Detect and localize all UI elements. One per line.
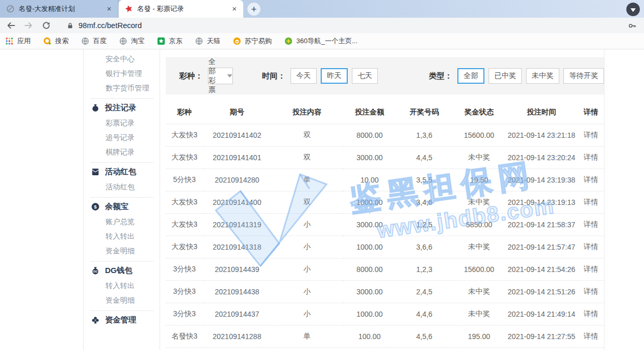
status-cell: 19.50 xyxy=(453,169,505,191)
bookmark-item[interactable]: 天猫 xyxy=(195,36,220,46)
table-row: 大发快3202109141319小3000.001,2,55850.002021… xyxy=(166,214,604,236)
bookmark-label: 天猫 xyxy=(207,36,220,46)
sidebar-item[interactable]: 资金明细 xyxy=(91,243,160,258)
sidebar-item[interactable]: 安全中心 xyxy=(91,51,160,66)
sidebar-section-header[interactable]: 活动红包 xyxy=(91,166,160,177)
numbers-cell: 4,4,5 xyxy=(396,147,453,169)
sidebar-item[interactable]: 棋牌记录 xyxy=(91,145,160,159)
bookmark-item[interactable]: 淘宝 xyxy=(119,36,144,46)
sidebar-item[interactable]: 彩票记录 xyxy=(91,115,160,130)
detail-link[interactable]: 详情 xyxy=(577,169,604,191)
bookmark-label: 京东 xyxy=(169,36,182,46)
table-row: 大发快3202109141400双1000.003,4,6未中奖2021-09-… xyxy=(166,191,604,214)
sidebar-item[interactable]: 转入转出 xyxy=(91,278,160,293)
lottery-link[interactable]: 3分快3 xyxy=(166,303,203,326)
globe-icon xyxy=(195,37,203,45)
lottery-link[interactable]: 名發快3 xyxy=(166,326,203,348)
filter-button[interactable]: 七天 xyxy=(352,68,378,84)
funds-icon xyxy=(91,316,100,325)
issue-cell: 20210914280 xyxy=(203,169,271,191)
amount-cell: 8000.00 xyxy=(343,124,396,147)
lottery-link[interactable]: 5分快3 xyxy=(166,169,203,191)
reload-icon[interactable] xyxy=(42,21,51,30)
detail-link[interactable]: 详情 xyxy=(577,303,604,326)
globe-icon xyxy=(81,37,89,45)
detail-link[interactable]: 详情 xyxy=(577,236,604,258)
detail-link[interactable]: 详情 xyxy=(577,258,604,281)
lottery-link[interactable]: 大发快3 xyxy=(166,147,203,169)
globe-icon xyxy=(119,37,127,45)
close-icon[interactable]: × xyxy=(104,4,114,14)
bookmark-item[interactable]: 苏宁易购 xyxy=(233,36,272,46)
filter-button[interactable]: 等待开奖 xyxy=(563,68,604,84)
lock-icon[interactable] xyxy=(67,22,74,29)
time-cell: 2021-09-14 21:51:26 xyxy=(505,281,577,303)
tab-title: 名發-大发精准计划 xyxy=(19,4,104,14)
sidebar-section-header[interactable]: DGDG钱包 xyxy=(91,265,160,276)
bookmark-item[interactable]: 百度 xyxy=(81,36,107,46)
detail-link[interactable]: 详情 xyxy=(577,326,604,348)
bookmark-item[interactable]: 搜索 xyxy=(43,36,69,46)
back-icon[interactable] xyxy=(6,21,16,30)
table-row: 3分快320210914439小8000.001,2,315600.002021… xyxy=(166,258,604,281)
filter-button[interactable]: 昨天 xyxy=(321,68,348,84)
bookmark-label: 应用 xyxy=(17,36,31,46)
numbers-cell: 3,4,6 xyxy=(396,191,453,214)
column-header: 投注时间 xyxy=(505,101,577,124)
numbers-cell: 2,4,5 xyxy=(396,281,453,303)
filter-button[interactable]: 全部 xyxy=(457,68,484,84)
bookmark-item[interactable]: 360导航_一个主页... xyxy=(284,36,358,46)
table-footer: 共578条记录 12345...尾页下一页 xyxy=(166,347,604,350)
detail-link[interactable]: 详情 xyxy=(577,147,604,169)
yuebao-icon: $ xyxy=(91,202,100,211)
filter-button[interactable]: 今天 xyxy=(291,68,317,84)
lottery-link[interactable]: 大发快3 xyxy=(166,191,203,214)
column-header: 开奖号码 xyxy=(396,101,453,124)
chevron-down-icon xyxy=(630,8,636,12)
sidebar-item[interactable]: 追号记录 xyxy=(91,130,160,145)
browser-tab-plan[interactable]: 名發-大发精准计划 × xyxy=(0,0,119,18)
browser-tab-bet-record[interactable]: 名發 - 彩票记录 × xyxy=(119,0,243,18)
lottery-select[interactable]: 全部彩票 xyxy=(208,68,233,84)
lottery-link[interactable]: 3分快3 xyxy=(166,281,203,303)
sidebar-item[interactable]: 账户总览 xyxy=(91,214,160,229)
new-tab-button[interactable]: + xyxy=(247,3,260,16)
time-cell: 2021-09-14 21:58:37 xyxy=(505,214,577,236)
detail-link[interactable]: 详情 xyxy=(577,191,604,214)
account-menu-button[interactable] xyxy=(626,3,640,16)
amount-cell: 1000.00 xyxy=(343,303,396,326)
sidebar-divider xyxy=(91,310,153,311)
sidebar-item[interactable]: 银行卡管理 xyxy=(91,66,160,81)
tab-title: 名發 - 彩票记录 xyxy=(137,4,230,14)
content-cell: 小 xyxy=(271,236,343,258)
sidebar-section-header[interactable]: 投注记录 xyxy=(91,102,160,113)
close-icon[interactable]: × xyxy=(230,4,239,14)
bookmark-item[interactable]: 应用 xyxy=(5,36,31,46)
lottery-link[interactable]: 3分快3 xyxy=(166,258,203,281)
sidebar-item[interactable]: 活动红包 xyxy=(91,179,160,194)
status-cell: 未中奖 xyxy=(453,236,505,258)
filter-button[interactable]: 未中奖 xyxy=(526,68,559,84)
detail-link[interactable]: 详情 xyxy=(577,281,604,303)
issue-cell: 202109141288 xyxy=(203,326,271,348)
key-icon[interactable] xyxy=(628,21,637,30)
lottery-link[interactable]: 大发快3 xyxy=(166,214,203,236)
sidebar-item[interactable]: 转入转出 xyxy=(91,229,160,243)
search-ring-icon xyxy=(43,37,51,45)
numbers-cell: 1,2,5 xyxy=(396,214,453,236)
issue-cell: 20210914438 xyxy=(203,281,271,303)
filter-button[interactable]: 已中奖 xyxy=(489,68,522,84)
forward-icon[interactable] xyxy=(24,21,33,30)
sidebar-section-header[interactable]: 资金管理 xyxy=(91,315,160,326)
detail-link[interactable]: 详情 xyxy=(577,124,604,147)
lottery-link[interactable]: 大发快3 xyxy=(166,236,203,258)
sidebar-item[interactable]: 资金明细 xyxy=(91,293,160,307)
sidebar-item[interactable]: 数字货币管理 xyxy=(91,81,160,95)
detail-link[interactable]: 详情 xyxy=(577,214,604,236)
suning-icon xyxy=(233,37,241,45)
lottery-link[interactable]: 大发快3 xyxy=(166,124,203,147)
bookmark-item[interactable]: 京东 xyxy=(157,36,182,46)
sidebar-section-header[interactable]: $余额宝 xyxy=(91,201,160,212)
address-bar[interactable]: 98mf.cc/betRecord xyxy=(67,21,638,30)
issue-cell: 202109141401 xyxy=(203,147,271,169)
